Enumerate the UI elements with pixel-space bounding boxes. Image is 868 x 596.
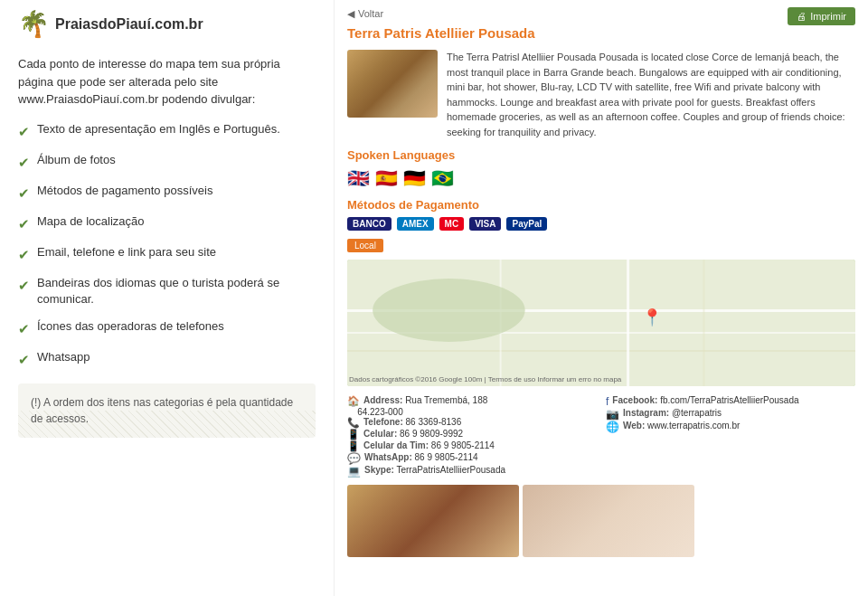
payment-badge-banco: BANCO <box>347 217 392 231</box>
logo-area: 🌴 PraiasdoPiauí.com.br <box>18 9 316 39</box>
list-item: ✔ Texto de apresentação em Inglês e Port… <box>18 121 316 141</box>
info-left-col: 🏠 Address: Rua Tremembá, 188 64.223-000 … <box>347 395 597 478</box>
local-tag: Local <box>347 239 383 252</box>
check-icon: ✔ <box>18 153 30 172</box>
logo-icon: 🌴 <box>18 9 50 39</box>
map-container[interactable]: Mapa Satélite 📍 Dados cartográficos ©201… <box>347 260 855 386</box>
print-button[interactable]: 🖨 Imprimir <box>788 7 855 25</box>
info-web: 🌐 Web: www.terrapatris.com.br <box>606 421 855 433</box>
photo-thumb-1 <box>347 485 519 557</box>
svg-point-7 <box>373 279 525 342</box>
whatsapp-icon: 💬 <box>347 452 361 465</box>
payment-badge-amex: AMEX <box>397 217 434 231</box>
flag-es: 🇪🇸 <box>375 167 398 189</box>
check-icon: ✔ <box>18 122 30 141</box>
svg-text:Dados cartográficos ©2016 Goog: Dados cartográficos ©2016 Google 100m | … <box>349 375 622 383</box>
svg-rect-6 <box>703 260 704 386</box>
payment-row: BANCO AMEX MC VISA PayPal <box>347 217 855 231</box>
info-address: 🏠 Address: Rua Tremembá, 188 <box>347 395 597 407</box>
list-item: ✔ Bandeiras dos idiomas que o turista po… <box>18 275 316 307</box>
info-whatsapp: 💬 WhatsApp: 86 9 9805-2114 <box>347 452 597 465</box>
left-panel: 🌴 PraiasdoPiauí.com.br Cada ponto de int… <box>0 0 335 596</box>
svg-rect-3 <box>347 350 855 352</box>
back-label: Voltar <box>358 8 383 19</box>
home-icon: 🏠 <box>347 395 360 407</box>
check-icon: ✔ <box>18 245 30 264</box>
place-description: The Terra Patrisl Atelliier Pousada Pous… <box>447 50 855 139</box>
right-panel: ◀ Voltar 🖨 Imprimir Terra Patris Atellii… <box>335 0 868 596</box>
flag-de: 🇩🇪 <box>403 167 426 189</box>
payment-badge-visa: VISA <box>469 217 501 231</box>
logo-text: PraiasdoPiauí.com.br <box>55 16 203 33</box>
info-cep: 64.223-000 <box>347 407 597 417</box>
spoken-languages-header: Spoken Languages <box>347 148 855 162</box>
phone-icon: 📞 <box>347 417 360 429</box>
check-icon: ✔ <box>18 184 30 203</box>
flag-br: 🇧🇷 <box>431 167 454 189</box>
bottom-note-text: (!) A ordem dos itens nas categorias é p… <box>31 396 293 425</box>
check-icon: ✔ <box>18 319 30 338</box>
list-item: ✔ Métodos de pagamento possíveis <box>18 183 316 203</box>
intro-text: Cada ponto de interesse do mapa tem sua … <box>18 55 316 109</box>
list-item: ✔ Whatsapp <box>18 349 316 369</box>
payment-methods-header: Métodos de Pagamento <box>347 198 855 212</box>
photo-thumb-2 <box>523 485 694 557</box>
info-skype: 💻 Skype: TerraPatrisAtelliierPousada <box>347 465 597 478</box>
info-cell2: 📱 Celular da Tim: 86 9 9805-2114 <box>347 440 597 452</box>
instagram-icon: 📷 <box>606 408 619 421</box>
list-item: ✔ Ícones das operadoras de telefones <box>18 318 316 338</box>
payment-badge-mc: MC <box>439 217 465 231</box>
list-item: ✔ Email, telefone e link para seu site <box>18 244 316 264</box>
info-facebook: f Facebook: fb.com/TerraPatrisAtelliierP… <box>606 395 855 408</box>
list-item: ✔ Mapa de localização <box>18 213 316 233</box>
print-icon: 🖨 <box>797 11 807 22</box>
map-background: Mapa Satélite 📍 Dados cartográficos ©201… <box>347 260 855 386</box>
web-icon: 🌐 <box>606 421 619 433</box>
cell2-icon: 📱 <box>347 440 360 452</box>
info-phone: 📞 Telefone: 86 3369-8136 <box>347 417 597 429</box>
check-icon: ✔ <box>18 276 30 295</box>
checklist: ✔ Texto de apresentação em Inglês e Port… <box>18 121 316 369</box>
list-item: ✔ Álbum de fotos <box>18 152 316 172</box>
svg-rect-4 <box>627 260 629 386</box>
payment-badge-paypal: PayPal <box>506 217 547 231</box>
skype-icon: 💻 <box>347 465 361 478</box>
map-roads: 📍 Dados cartográficos ©2016 Google 100m … <box>347 260 855 386</box>
photo-strip <box>347 485 855 557</box>
bottom-note: (!) A ordem dos itens nas categorias é p… <box>18 383 316 438</box>
info-grid: 🏠 Address: Rua Tremembá, 188 64.223-000 … <box>347 395 855 478</box>
info-instagram: 📷 Instagram: @terrapatris <box>606 408 855 421</box>
place-main-image <box>347 50 438 118</box>
check-icon: ✔ <box>18 214 30 233</box>
info-right-col: f Facebook: fb.com/TerraPatrisAtelliierP… <box>606 395 855 478</box>
facebook-icon: f <box>606 395 609 408</box>
place-header: The Terra Patrisl Atelliier Pousada Pous… <box>347 50 855 139</box>
map-pin: 📍 <box>642 307 663 327</box>
check-icon: ✔ <box>18 350 30 369</box>
info-cell1: 📱 Celular: 86 9 9809-9992 <box>347 429 597 440</box>
page-title: Terra Patris Atelliier Pousada <box>347 25 855 41</box>
back-link[interactable]: ◀ Voltar <box>347 8 387 20</box>
cell-icon: 📱 <box>347 429 360 440</box>
flag-uk: 🇬🇧 <box>347 167 370 189</box>
flags-row: 🇬🇧 🇪🇸 🇩🇪 🇧🇷 <box>347 167 855 189</box>
back-arrow-icon: ◀ <box>347 8 354 20</box>
